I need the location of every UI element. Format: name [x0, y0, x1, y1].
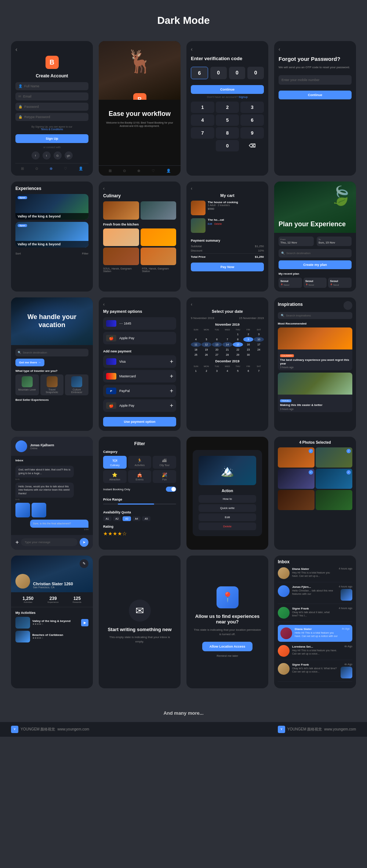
- inspiration-card-2[interactable]: TRAVEL Making this life easier & better …: [278, 373, 352, 412]
- sort-button[interactable]: Sort: [15, 252, 21, 255]
- cal-day-10[interactable]: 10: [254, 337, 264, 342]
- traveler-snap[interactable]: Travel Snapsholic: [40, 374, 64, 395]
- photo-6[interactable]: [316, 490, 352, 510]
- quota-a5[interactable]: A5: [142, 516, 150, 521]
- quota-a1[interactable]: A1: [103, 516, 112, 521]
- message-item-2[interactable]: Jonas Fjärn... Hello Christian... talk a…: [278, 585, 352, 604]
- numpad-7[interactable]: 7: [191, 127, 214, 139]
- numpad-0[interactable]: 0: [216, 140, 239, 151]
- cal-day-11[interactable]: 11: [191, 342, 201, 347]
- nav-add-icon[interactable]: ⊕: [50, 166, 52, 171]
- google-button[interactable]: G: [54, 151, 62, 160]
- nav-profile-icon[interactable]: 👤: [79, 166, 83, 171]
- attach-icon[interactable]: +: [15, 539, 19, 546]
- retype-password-field[interactable]: 🔒 Retype Password: [15, 113, 88, 121]
- search-destination-input[interactable]: 🔍 Search destination: [279, 249, 352, 257]
- quota-a2[interactable]: A2: [113, 516, 121, 521]
- add-mastercard[interactable]: Mastercard +: [103, 370, 176, 382]
- cal-day-25[interactable]: 25: [191, 352, 201, 357]
- otp-digit-3[interactable]: 0: [229, 67, 246, 79]
- dec-day-7[interactable]: 7: [254, 369, 264, 373]
- quota-a4[interactable]: A4: [132, 516, 141, 521]
- profile-edit-button[interactable]: ✎: [80, 559, 88, 568]
- numpad-2[interactable]: 2: [216, 102, 239, 113]
- nav-heart-icon[interactable]: ♡: [64, 166, 67, 171]
- cat-attraction[interactable]: ⭐ Attraction: [103, 470, 127, 483]
- message-item-3[interactable]: Signe Frank Okay let's talk about it lat…: [278, 607, 352, 622]
- message-item-1[interactable]: Diana Slater Hey Hi! This is a total fea…: [278, 567, 352, 582]
- dec-day-5[interactable]: 5: [233, 369, 243, 373]
- cat-fun[interactable]: 🎉 Fun: [153, 470, 176, 483]
- cal-day-23[interactable]: 23: [243, 347, 254, 352]
- activity-action-1[interactable]: ▶: [81, 619, 88, 626]
- add-visa[interactable]: Visa +: [103, 355, 176, 368]
- recent-plan-seoul-2[interactable]: Seoul 📍 Seoul: [304, 278, 327, 288]
- price-range-slider[interactable]: [103, 503, 176, 505]
- numpad-4[interactable]: 4: [191, 114, 214, 126]
- cal-day-7[interactable]: 7: [222, 337, 233, 342]
- back-button[interactable]: ‹: [103, 186, 176, 191]
- photo-2[interactable]: ✓: [316, 447, 352, 468]
- nav-home-icon[interactable]: ⊞: [21, 166, 24, 171]
- cal-day-13[interactable]: 13: [212, 342, 222, 347]
- signup-link[interactable]: Signup: [239, 95, 248, 99]
- photo-1[interactable]: ✓: [278, 447, 315, 468]
- use-payment-button[interactable]: Use payment option: [103, 417, 176, 426]
- add-paypal[interactable]: P PayPal +: [103, 385, 176, 397]
- remind-later-button[interactable]: Remind me later: [217, 654, 238, 658]
- nav-search-icon[interactable]: ⊙: [35, 166, 38, 171]
- numpad-1[interactable]: 1: [191, 102, 214, 113]
- chat-text-input[interactable]: Type your message: [21, 538, 77, 546]
- edit-link[interactable]: Edit: [208, 223, 212, 225]
- message-item-6[interactable]: Signe Frank Okay let's let's talk about …: [278, 663, 352, 682]
- inspiration-card-1[interactable]: CULINARY The best culinary experience yo…: [278, 327, 352, 370]
- quick-write-button[interactable]: Quick write: [199, 504, 257, 512]
- dec-day-2[interactable]: 2: [201, 369, 212, 373]
- message-item-4[interactable]: Diana Slater Hello Hi! This is a total f…: [278, 625, 352, 642]
- continue-button[interactable]: Continue: [279, 91, 352, 99]
- cal-day-29[interactable]: 29: [233, 352, 243, 357]
- numpad-3[interactable]: 3: [240, 102, 264, 113]
- terms-link[interactable]: Terms & Conditions: [41, 128, 63, 131]
- cal-day-3[interactable]: 3: [254, 332, 264, 337]
- cal-day-20[interactable]: 20: [212, 347, 222, 352]
- fullname-field[interactable]: 👤 Full Name: [15, 82, 88, 90]
- back-button[interactable]: ‹: [103, 302, 176, 307]
- cal-day-2[interactable]: 2: [243, 332, 254, 337]
- rating-stars[interactable]: ★★★★☆: [103, 531, 176, 536]
- cal-day-17[interactable]: 17: [254, 342, 264, 347]
- cal-day-28[interactable]: 28: [222, 352, 233, 357]
- github-button[interactable]: gh: [65, 151, 73, 160]
- cal-day-19[interactable]: 19: [201, 347, 212, 352]
- filter-button[interactable]: Filter: [82, 252, 88, 255]
- back-button[interactable]: ‹: [191, 186, 264, 191]
- twitter-button[interactable]: t: [43, 151, 51, 160]
- payment-option-visa[interactable]: ···· 1645: [103, 317, 176, 330]
- cal-day-22[interactable]: 22: [233, 347, 243, 352]
- continue-button[interactable]: Continue: [191, 85, 264, 94]
- cal-day-16[interactable]: 16: [243, 342, 254, 347]
- cal-day-9[interactable]: 9: [243, 337, 254, 342]
- numpad-backspace[interactable]: ⌫: [240, 140, 264, 151]
- date-from[interactable]: From Thu, 12 Nov: [279, 237, 314, 246]
- facebook-button[interactable]: f: [32, 151, 40, 160]
- how-to-button[interactable]: How to: [199, 495, 257, 503]
- photo-3[interactable]: ✓: [278, 469, 315, 489]
- message-item-5[interactable]: Loredana Sei... Hey Hi! This is a total …: [278, 645, 352, 660]
- signup-button[interactable]: Sign Up: [15, 134, 88, 143]
- delete-button[interactable]: Delete: [199, 523, 257, 530]
- back-button[interactable]: ‹: [191, 46, 264, 52]
- otp-digit-1[interactable]: 6: [191, 67, 208, 79]
- quota-a3[interactable]: A3: [123, 516, 131, 521]
- cal-day-21[interactable]: 21: [222, 347, 233, 352]
- dec-day-3[interactable]: 3: [212, 369, 222, 373]
- nav-home-icon[interactable]: ⊞: [109, 169, 112, 173]
- cal-day-27[interactable]: 27: [212, 352, 222, 357]
- cat-events[interactable]: 🎪 Events: [128, 470, 152, 483]
- cal-day-6[interactable]: 6: [212, 337, 222, 342]
- cal-day-5[interactable]: 5: [201, 337, 212, 342]
- dec-day-6[interactable]: 6: [243, 369, 254, 373]
- inspirations-search[interactable]: 🔍 Search inspirations: [278, 312, 352, 319]
- instant-booking-toggle[interactable]: [166, 487, 176, 492]
- back-button[interactable]: ‹: [279, 46, 352, 52]
